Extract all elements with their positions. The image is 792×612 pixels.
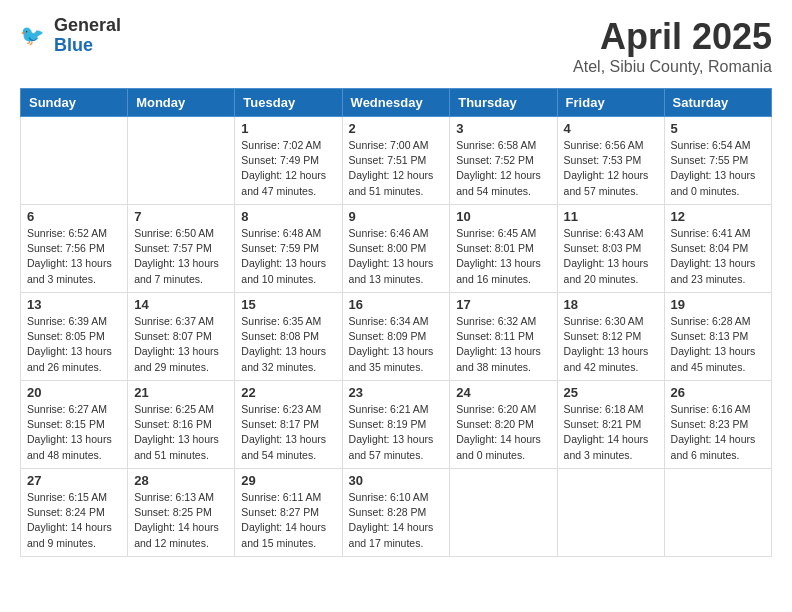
day-number: 23 bbox=[349, 385, 444, 400]
day-number: 29 bbox=[241, 473, 335, 488]
day-cell bbox=[450, 469, 557, 557]
day-info: Sunrise: 6:16 AMSunset: 8:23 PMDaylight:… bbox=[671, 402, 765, 463]
day-number: 7 bbox=[134, 209, 228, 224]
weekday-header: Monday bbox=[128, 89, 235, 117]
day-number: 22 bbox=[241, 385, 335, 400]
day-info: Sunrise: 7:02 AMSunset: 7:49 PMDaylight:… bbox=[241, 138, 335, 199]
day-cell: 12Sunrise: 6:41 AMSunset: 8:04 PMDayligh… bbox=[664, 205, 771, 293]
day-info: Sunrise: 6:25 AMSunset: 8:16 PMDaylight:… bbox=[134, 402, 228, 463]
day-cell: 28Sunrise: 6:13 AMSunset: 8:25 PMDayligh… bbox=[128, 469, 235, 557]
day-cell bbox=[557, 469, 664, 557]
day-cell: 14Sunrise: 6:37 AMSunset: 8:07 PMDayligh… bbox=[128, 293, 235, 381]
day-cell: 23Sunrise: 6:21 AMSunset: 8:19 PMDayligh… bbox=[342, 381, 450, 469]
week-row: 1Sunrise: 7:02 AMSunset: 7:49 PMDaylight… bbox=[21, 117, 772, 205]
day-info: Sunrise: 7:00 AMSunset: 7:51 PMDaylight:… bbox=[349, 138, 444, 199]
day-cell bbox=[128, 117, 235, 205]
day-cell: 29Sunrise: 6:11 AMSunset: 8:27 PMDayligh… bbox=[235, 469, 342, 557]
day-number: 28 bbox=[134, 473, 228, 488]
day-cell: 3Sunrise: 6:58 AMSunset: 7:52 PMDaylight… bbox=[450, 117, 557, 205]
day-cell: 21Sunrise: 6:25 AMSunset: 8:16 PMDayligh… bbox=[128, 381, 235, 469]
day-cell: 15Sunrise: 6:35 AMSunset: 8:08 PMDayligh… bbox=[235, 293, 342, 381]
logo-text: General Blue bbox=[54, 16, 121, 56]
day-cell: 19Sunrise: 6:28 AMSunset: 8:13 PMDayligh… bbox=[664, 293, 771, 381]
day-info: Sunrise: 6:13 AMSunset: 8:25 PMDaylight:… bbox=[134, 490, 228, 551]
day-info: Sunrise: 6:20 AMSunset: 8:20 PMDaylight:… bbox=[456, 402, 550, 463]
day-info: Sunrise: 6:30 AMSunset: 8:12 PMDaylight:… bbox=[564, 314, 658, 375]
day-info: Sunrise: 6:54 AMSunset: 7:55 PMDaylight:… bbox=[671, 138, 765, 199]
day-cell: 2Sunrise: 7:00 AMSunset: 7:51 PMDaylight… bbox=[342, 117, 450, 205]
day-info: Sunrise: 6:37 AMSunset: 8:07 PMDaylight:… bbox=[134, 314, 228, 375]
day-info: Sunrise: 6:50 AMSunset: 7:57 PMDaylight:… bbox=[134, 226, 228, 287]
logo-blue: Blue bbox=[54, 36, 121, 56]
day-info: Sunrise: 6:10 AMSunset: 8:28 PMDaylight:… bbox=[349, 490, 444, 551]
day-number: 5 bbox=[671, 121, 765, 136]
day-number: 10 bbox=[456, 209, 550, 224]
day-cell: 1Sunrise: 7:02 AMSunset: 7:49 PMDaylight… bbox=[235, 117, 342, 205]
day-cell: 20Sunrise: 6:27 AMSunset: 8:15 PMDayligh… bbox=[21, 381, 128, 469]
weekday-header: Wednesday bbox=[342, 89, 450, 117]
day-info: Sunrise: 6:43 AMSunset: 8:03 PMDaylight:… bbox=[564, 226, 658, 287]
day-info: Sunrise: 6:34 AMSunset: 8:09 PMDaylight:… bbox=[349, 314, 444, 375]
day-info: Sunrise: 6:18 AMSunset: 8:21 PMDaylight:… bbox=[564, 402, 658, 463]
weekday-header: Saturday bbox=[664, 89, 771, 117]
day-number: 20 bbox=[27, 385, 121, 400]
weekday-header: Friday bbox=[557, 89, 664, 117]
day-info: Sunrise: 6:27 AMSunset: 8:15 PMDaylight:… bbox=[27, 402, 121, 463]
day-number: 16 bbox=[349, 297, 444, 312]
day-cell: 7Sunrise: 6:50 AMSunset: 7:57 PMDaylight… bbox=[128, 205, 235, 293]
day-number: 26 bbox=[671, 385, 765, 400]
day-info: Sunrise: 6:21 AMSunset: 8:19 PMDaylight:… bbox=[349, 402, 444, 463]
page-header: 🐦 General Blue April 2025 Atel, Sibiu Co… bbox=[20, 16, 772, 76]
day-number: 13 bbox=[27, 297, 121, 312]
day-info: Sunrise: 6:23 AMSunset: 8:17 PMDaylight:… bbox=[241, 402, 335, 463]
week-row: 27Sunrise: 6:15 AMSunset: 8:24 PMDayligh… bbox=[21, 469, 772, 557]
day-number: 11 bbox=[564, 209, 658, 224]
day-info: Sunrise: 6:56 AMSunset: 7:53 PMDaylight:… bbox=[564, 138, 658, 199]
day-number: 14 bbox=[134, 297, 228, 312]
day-number: 27 bbox=[27, 473, 121, 488]
day-number: 1 bbox=[241, 121, 335, 136]
week-row: 20Sunrise: 6:27 AMSunset: 8:15 PMDayligh… bbox=[21, 381, 772, 469]
day-info: Sunrise: 6:45 AMSunset: 8:01 PMDaylight:… bbox=[456, 226, 550, 287]
day-cell: 27Sunrise: 6:15 AMSunset: 8:24 PMDayligh… bbox=[21, 469, 128, 557]
day-cell: 26Sunrise: 6:16 AMSunset: 8:23 PMDayligh… bbox=[664, 381, 771, 469]
day-info: Sunrise: 6:48 AMSunset: 7:59 PMDaylight:… bbox=[241, 226, 335, 287]
calendar-page: 🐦 General Blue April 2025 Atel, Sibiu Co… bbox=[0, 0, 792, 573]
day-cell: 24Sunrise: 6:20 AMSunset: 8:20 PMDayligh… bbox=[450, 381, 557, 469]
day-info: Sunrise: 6:15 AMSunset: 8:24 PMDaylight:… bbox=[27, 490, 121, 551]
day-number: 4 bbox=[564, 121, 658, 136]
day-number: 12 bbox=[671, 209, 765, 224]
day-info: Sunrise: 6:46 AMSunset: 8:00 PMDaylight:… bbox=[349, 226, 444, 287]
day-cell: 6Sunrise: 6:52 AMSunset: 7:56 PMDaylight… bbox=[21, 205, 128, 293]
day-cell: 16Sunrise: 6:34 AMSunset: 8:09 PMDayligh… bbox=[342, 293, 450, 381]
day-number: 18 bbox=[564, 297, 658, 312]
weekday-header: Sunday bbox=[21, 89, 128, 117]
day-info: Sunrise: 6:39 AMSunset: 8:05 PMDaylight:… bbox=[27, 314, 121, 375]
day-number: 8 bbox=[241, 209, 335, 224]
logo-icon: 🐦 bbox=[20, 22, 48, 50]
day-cell: 25Sunrise: 6:18 AMSunset: 8:21 PMDayligh… bbox=[557, 381, 664, 469]
day-number: 2 bbox=[349, 121, 444, 136]
day-number: 25 bbox=[564, 385, 658, 400]
day-number: 24 bbox=[456, 385, 550, 400]
day-number: 30 bbox=[349, 473, 444, 488]
day-info: Sunrise: 6:11 AMSunset: 8:27 PMDaylight:… bbox=[241, 490, 335, 551]
weekday-header: Thursday bbox=[450, 89, 557, 117]
month-title: April 2025 bbox=[573, 16, 772, 58]
day-cell: 18Sunrise: 6:30 AMSunset: 8:12 PMDayligh… bbox=[557, 293, 664, 381]
day-info: Sunrise: 6:58 AMSunset: 7:52 PMDaylight:… bbox=[456, 138, 550, 199]
day-info: Sunrise: 6:41 AMSunset: 8:04 PMDaylight:… bbox=[671, 226, 765, 287]
day-cell: 8Sunrise: 6:48 AMSunset: 7:59 PMDaylight… bbox=[235, 205, 342, 293]
day-cell: 9Sunrise: 6:46 AMSunset: 8:00 PMDaylight… bbox=[342, 205, 450, 293]
title-block: April 2025 Atel, Sibiu County, Romania bbox=[573, 16, 772, 76]
calendar-table: SundayMondayTuesdayWednesdayThursdayFrid… bbox=[20, 88, 772, 557]
day-number: 21 bbox=[134, 385, 228, 400]
logo: 🐦 General Blue bbox=[20, 16, 121, 56]
day-info: Sunrise: 6:35 AMSunset: 8:08 PMDaylight:… bbox=[241, 314, 335, 375]
svg-text:🐦: 🐦 bbox=[20, 22, 45, 46]
week-row: 13Sunrise: 6:39 AMSunset: 8:05 PMDayligh… bbox=[21, 293, 772, 381]
day-cell: 10Sunrise: 6:45 AMSunset: 8:01 PMDayligh… bbox=[450, 205, 557, 293]
logo-general: General bbox=[54, 16, 121, 36]
day-number: 17 bbox=[456, 297, 550, 312]
day-info: Sunrise: 6:32 AMSunset: 8:11 PMDaylight:… bbox=[456, 314, 550, 375]
